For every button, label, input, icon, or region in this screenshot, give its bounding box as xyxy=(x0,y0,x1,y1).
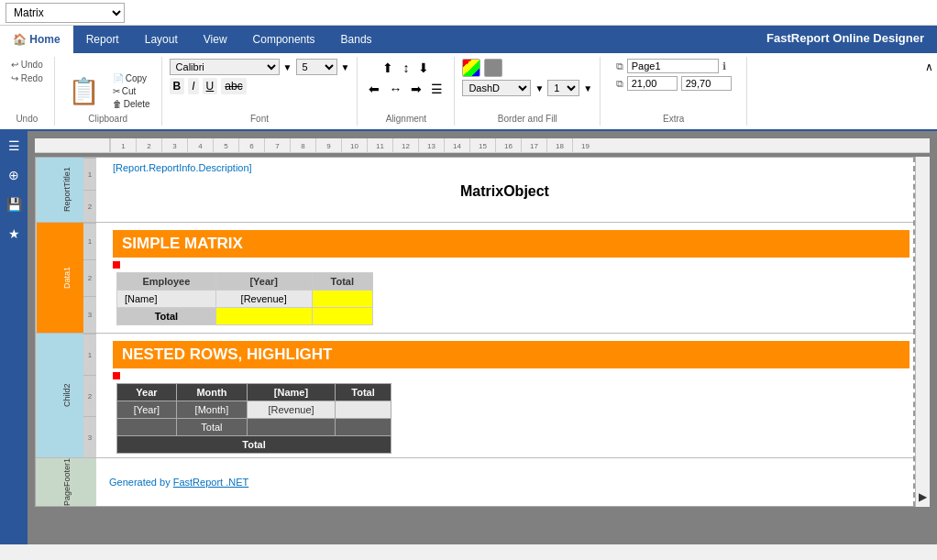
right-controls: ▶ xyxy=(915,157,930,507)
sidebar-icon-data[interactable]: 💾 xyxy=(3,193,25,215)
tab-layout[interactable]: Layout xyxy=(132,26,191,53)
ruler-mark: 19 xyxy=(572,138,598,152)
tab-report[interactable]: Report xyxy=(73,26,132,53)
underline-button[interactable]: U xyxy=(203,78,218,94)
ruler-mark: 2 xyxy=(136,138,161,152)
object-selector[interactable]: Matrix xyxy=(6,3,125,23)
align-bottom-button[interactable]: ⬇ xyxy=(414,59,433,77)
ruler-mark: 4 xyxy=(187,138,213,152)
main-layout: ☰ ⊕ 💾 ★ 1 2 3 4 5 6 7 8 xyxy=(0,131,937,544)
tab-home[interactable]: 🏠 Home xyxy=(0,26,73,53)
ruler-mark: 18 xyxy=(546,138,572,152)
fill-color-button[interactable] xyxy=(462,59,480,77)
row-num: 2 xyxy=(83,375,96,416)
sidebar-icon-report[interactable]: ☰ xyxy=(3,135,25,157)
report-title-band: ReportTitle1 1 2 [Report.ReportInfo.Desc… xyxy=(36,158,913,223)
ruler-mark: 5 xyxy=(213,138,238,152)
font-group-label: Font xyxy=(162,114,358,124)
undo-group: ↩ Undo ↪ Redo Undo xyxy=(0,57,55,126)
border-width-select[interactable]: 1 xyxy=(547,80,579,96)
border-num-arrow: ▼ xyxy=(583,83,592,93)
tab-view[interactable]: View xyxy=(191,26,240,53)
border-color-button[interactable] xyxy=(484,59,502,77)
app-title: FastReport Online Designer xyxy=(754,26,937,53)
align-middle-button[interactable]: ↕ xyxy=(399,59,413,77)
cut-button[interactable]: ✂ Cut xyxy=(109,85,154,97)
ruler-mark: 6 xyxy=(238,138,264,152)
redo-button[interactable]: ↪ Redo xyxy=(7,72,47,84)
row-numbers-title: 1 2 xyxy=(83,158,96,222)
delete-button[interactable]: 🗑 Delete xyxy=(109,98,154,110)
ruler-mark: 12 xyxy=(392,138,418,152)
row-num: 3 xyxy=(83,416,96,457)
child2-band: Child2 1 2 3 xyxy=(36,334,913,458)
data1-band: Data1 1 2 3 xyxy=(36,223,913,334)
row-num: 2 xyxy=(83,190,96,222)
align-left-button[interactable]: ⬅ xyxy=(365,80,383,98)
copy-extra-icon2: ⧉ xyxy=(616,78,623,90)
align-top-button[interactable]: ⬆ xyxy=(379,59,397,77)
clipboard-group-label: Clipboard xyxy=(55,114,161,124)
footer-text: Generated by FastReport .NET xyxy=(109,477,248,488)
ruler-mark: 9 xyxy=(315,138,341,152)
undo-group-label: Undo xyxy=(0,114,54,124)
align-center-button[interactable]: ↔ xyxy=(385,80,405,98)
ruler-mark: 3 xyxy=(161,138,187,152)
font-size-arrow: ▼ xyxy=(341,62,350,72)
font-size-select[interactable]: 5 xyxy=(296,59,337,75)
page-inner: ReportTitle1 1 2 [Report.ReportInfo.Desc… xyxy=(35,157,915,507)
undo-button[interactable]: ↩ Undo xyxy=(7,59,47,71)
page-name-input[interactable] xyxy=(627,59,719,73)
ruler-mark: 8 xyxy=(290,138,315,152)
tab-components[interactable]: Components xyxy=(240,26,328,53)
ruler-mark: 17 xyxy=(521,138,546,152)
title-bar: Matrix xyxy=(0,0,937,26)
sidebar-icon-objects[interactable]: ⊕ xyxy=(3,164,25,186)
border-fill-group: DashD ▼ 1 ▼ Border and Fill xyxy=(455,57,601,126)
ruler-mark: 7 xyxy=(264,138,290,152)
row-num: 3 xyxy=(83,296,96,333)
tab-bands[interactable]: Bands xyxy=(328,26,385,53)
border-style-select[interactable]: DashD xyxy=(462,80,531,96)
paste-button[interactable]: 📋 xyxy=(62,74,105,108)
page-footer-content: Generated by FastReport .NET xyxy=(96,458,913,506)
alignment-group-label: Alignment xyxy=(358,114,454,124)
page-container: ReportTitle1 1 2 [Report.ReportInfo.Desc… xyxy=(35,157,930,507)
page-footer-label: PageFooter1 xyxy=(36,458,96,506)
font-group: Calibri ▼ 5 ▼ B I U abc Font xyxy=(162,57,358,126)
sidebar-icon-settings[interactable]: ★ xyxy=(3,223,25,245)
data1-content: 1 2 3 SIMPLE MATRIX xyxy=(96,223,913,333)
info-icon: ℹ xyxy=(722,60,726,72)
page-height-input[interactable] xyxy=(681,76,732,91)
ruler-mark: 10 xyxy=(341,138,367,152)
page-outer: 1 2 3 4 5 6 7 8 9 10 11 12 13 14 xyxy=(28,131,937,525)
italic-button[interactable]: I xyxy=(188,78,198,94)
footer-link[interactable]: FastReport .NET xyxy=(173,477,249,488)
left-sidebar: ☰ ⊕ 💾 ★ xyxy=(0,131,28,544)
ribbon-content: ↩ Undo ↪ Redo Undo 📋 📄 Copy ✂ Cut 🗑 Dele… xyxy=(0,53,937,131)
justify-button[interactable]: ☰ xyxy=(427,80,446,98)
extra-group-label: Extra xyxy=(601,114,746,124)
alignment-group: ⬆ ↕ ⬇ ⬅ ↔ ➡ ☰ Alignment xyxy=(358,57,455,126)
border-fill-label: Border and Fill xyxy=(455,114,600,124)
ruler-mark: 16 xyxy=(495,138,521,152)
collapse-ribbon-button[interactable]: ∧ xyxy=(921,57,937,126)
row-num: 1 xyxy=(83,334,96,375)
ruler-mark: 15 xyxy=(469,138,495,152)
canvas-area: 1 2 3 4 5 6 7 8 9 10 11 12 13 14 xyxy=(28,131,937,544)
clipboard-sub-buttons: 📄 Copy ✂ Cut 🗑 Delete xyxy=(109,72,154,110)
page-width-input[interactable] xyxy=(627,76,678,91)
strikethrough-button[interactable]: abc xyxy=(221,78,246,94)
play-button[interactable]: ▶ xyxy=(919,490,927,503)
report-title-content: 1 2 [Report.ReportInfo.Description] Matr… xyxy=(96,158,913,222)
extra-group: ⧉ ℹ ⧉ Extra xyxy=(601,57,747,126)
copy-button[interactable]: 📄 Copy xyxy=(109,72,154,84)
bold-button[interactable]: B xyxy=(170,78,185,94)
copy-extra-icon: ⧉ xyxy=(616,60,623,72)
clipboard-group: 📋 📄 Copy ✂ Cut 🗑 Delete Clipboard xyxy=(55,57,162,126)
align-right-button[interactable]: ➡ xyxy=(407,80,425,98)
ruler: 1 2 3 4 5 6 7 8 9 10 11 12 13 14 xyxy=(35,138,930,153)
font-dropdown-arrow: ▼ xyxy=(283,62,292,72)
font-family-select[interactable]: Calibri xyxy=(170,59,280,75)
row-num: 1 xyxy=(83,158,96,190)
